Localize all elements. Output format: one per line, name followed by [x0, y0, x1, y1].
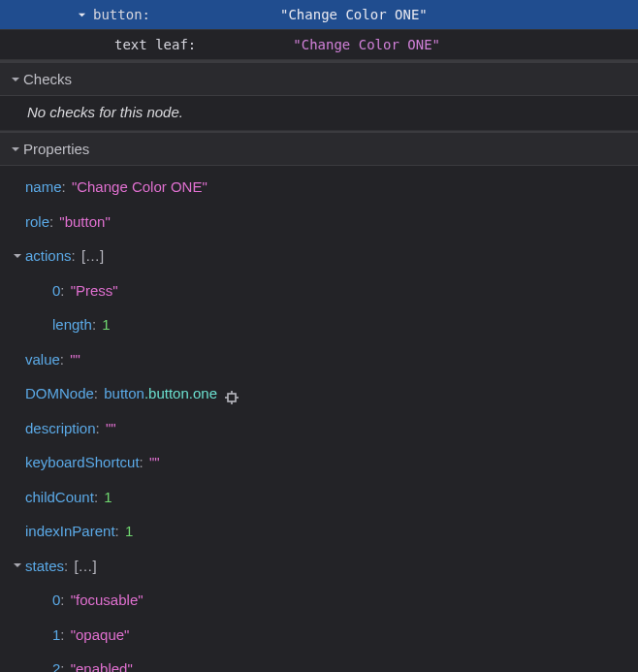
node-text: "Change Color ONE": [293, 37, 440, 52]
section-title: Checks: [23, 71, 72, 87]
section-header-checks[interactable]: Checks: [0, 60, 638, 96]
node-text: "Change Color ONE": [280, 7, 428, 22]
expand-toggle-icon[interactable]: [76, 11, 87, 19]
prop-role: role: "button": [0, 205, 638, 240]
prop-states-0: 0: "focusable": [0, 583, 638, 618]
chevron-down-icon: [8, 75, 23, 84]
checks-empty-message: No checks for this node.: [0, 96, 638, 131]
prop-actions-0: 0: "Press": [0, 273, 638, 308]
prop-value: value: "": [0, 342, 638, 377]
prop-states-2: 2: "enabled": [0, 652, 638, 672]
section-header-properties[interactable]: Properties: [0, 131, 638, 166]
prop-actions[interactable]: actions: […]: [0, 239, 638, 273]
prop-states[interactable]: states: […]: [0, 549, 638, 584]
section-title: Properties: [23, 141, 89, 157]
node-type: text leaf:: [114, 37, 196, 52]
chevron-down-icon: [10, 251, 25, 261]
tree-node-text-leaf[interactable]: text leaf: "Change Color ONE": [0, 30, 638, 60]
chevron-down-icon: [10, 560, 25, 570]
prop-child-count: childCount: 1: [0, 480, 638, 515]
prop-name: name: "Change Color ONE": [0, 170, 638, 205]
prop-description: description: "": [0, 411, 638, 446]
node-type: button:: [93, 7, 150, 22]
prop-index-in-parent: indexInParent: 1: [0, 514, 638, 549]
properties-list: name: "Change Color ONE" role: "button" …: [0, 166, 638, 672]
prop-keyboard-shortcut: keyboardShortcut: "": [0, 445, 638, 480]
tree-node-button[interactable]: button: "Change Color ONE": [0, 0, 638, 30]
prop-actions-length: length: 1: [0, 307, 638, 342]
svg-rect-0: [228, 394, 236, 401]
chevron-down-icon: [8, 144, 23, 154]
prop-states-1: 1: "opaque": [0, 618, 638, 653]
inspect-node-icon[interactable]: [225, 387, 239, 400]
prop-domnode[interactable]: DOMNode: button.button.one: [0, 376, 638, 411]
